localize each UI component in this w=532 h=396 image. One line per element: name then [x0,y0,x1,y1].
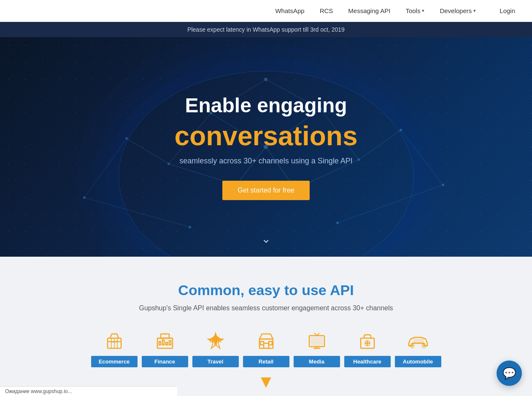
svg-rect-39 [169,341,171,345]
industry-finance[interactable]: Finance [140,329,190,367]
hero-scroll-chevron[interactable]: ⌄ [261,233,271,245]
automobile-icon [406,329,430,353]
main-nav: WhatsApp RCS Messaging API Tools Develop… [0,0,532,22]
industry-ecommerce[interactable]: Ecommerce [89,329,140,367]
status-text: Ожидание www.gupshup.io... [5,388,72,394]
nav-links: WhatsApp RCS Messaging API Tools Develop… [275,7,515,14]
nav-whatsapp[interactable]: WhatsApp [275,7,304,14]
industry-healthcare[interactable]: Healthcare [342,329,393,367]
healthcare-label: Healthcare [344,356,391,367]
industry-row: Ecommerce Finance [17,329,515,367]
ecommerce-label: Ecommerce [91,356,138,367]
industry-automobile[interactable]: Automobile [393,329,443,367]
svg-rect-62 [414,339,418,342]
media-icon [307,329,327,353]
industry-travel[interactable]: Travel [190,329,241,367]
media-label: Media [294,356,340,367]
chat-bubble-button[interactable]: 💬 [497,361,522,386]
industry-media[interactable]: Media [292,329,342,367]
travel-label: Travel [192,356,239,367]
status-bar: Ожидание www.gupshup.io... [0,386,177,396]
svg-point-60 [422,344,426,348]
svg-rect-44 [264,343,269,348]
industry-retail[interactable]: Retail [241,329,292,367]
svg-rect-46 [269,342,272,345]
retail-label: Retail [243,356,289,367]
svg-rect-45 [260,342,264,345]
healthcare-icon [357,329,378,353]
hero-section: Enable engaging conversations seamlessly… [0,37,532,257]
retail-icon [256,329,276,353]
hero-title-line2: conversations [175,121,358,151]
nav-developers[interactable]: Developers [440,7,476,14]
hero-content: Enable engaging conversations seamlessly… [175,94,358,200]
ecommerce-icon [104,329,124,353]
chat-bubble-icon: 💬 [502,367,516,380]
svg-point-59 [410,344,414,348]
api-section-description: Gupshup's Single API enables seamless cu… [17,304,515,312]
svg-rect-35 [157,338,173,348]
nav-tools[interactable]: Tools [405,7,424,14]
nav-rcs[interactable]: RCS [320,7,333,14]
automobile-label: Automobile [395,356,441,367]
svg-rect-41 [161,334,169,338]
hero-cta-button[interactable]: Get started for free [222,181,309,200]
nav-messaging-api[interactable]: Messaging API [348,7,390,14]
announcement-text: Please expect latency in WhatsApp suppor… [187,26,345,33]
finance-label: Finance [142,356,188,367]
announcement-bar: Please expect latency in WhatsApp suppor… [0,22,532,37]
api-section-title: Common, easy to use API [17,282,515,298]
nav-login[interactable]: Login [500,7,515,14]
api-section: Common, easy to use API Gupshup's Single… [0,257,532,396]
hero-subtitle: seamlessly across 30+ channels using a S… [175,157,358,165]
svg-rect-36 [159,342,161,345]
svg-rect-63 [419,339,423,342]
hero-title-line1: Enable engaging [175,94,358,117]
svg-rect-37 [162,340,164,345]
svg-rect-52 [311,337,323,345]
down-arrow-icon[interactable]: ▼ [257,372,275,392]
finance-icon [155,329,175,353]
travel-icon [205,329,226,353]
svg-rect-38 [166,342,167,345]
